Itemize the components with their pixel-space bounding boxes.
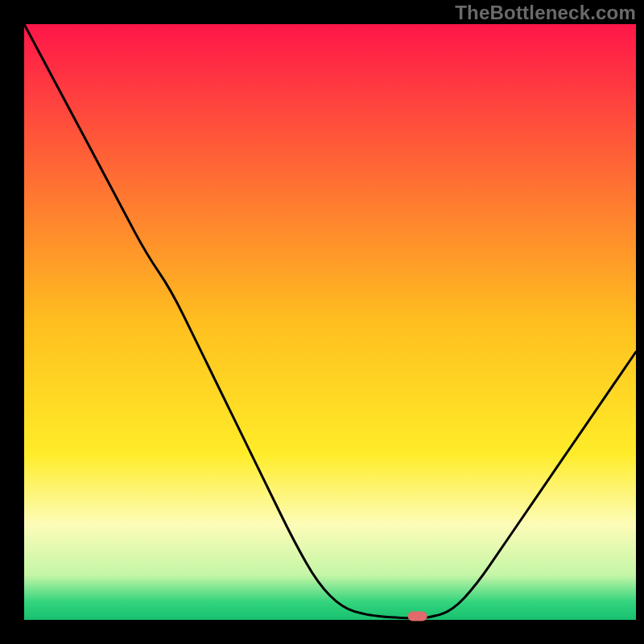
gradient-background <box>24 24 636 620</box>
watermark-text: TheBottleneck.com <box>455 2 636 24</box>
chart-container: TheBottleneck.com <box>0 0 644 644</box>
bottleneck-chart <box>0 0 644 644</box>
optimal-marker <box>408 612 427 621</box>
